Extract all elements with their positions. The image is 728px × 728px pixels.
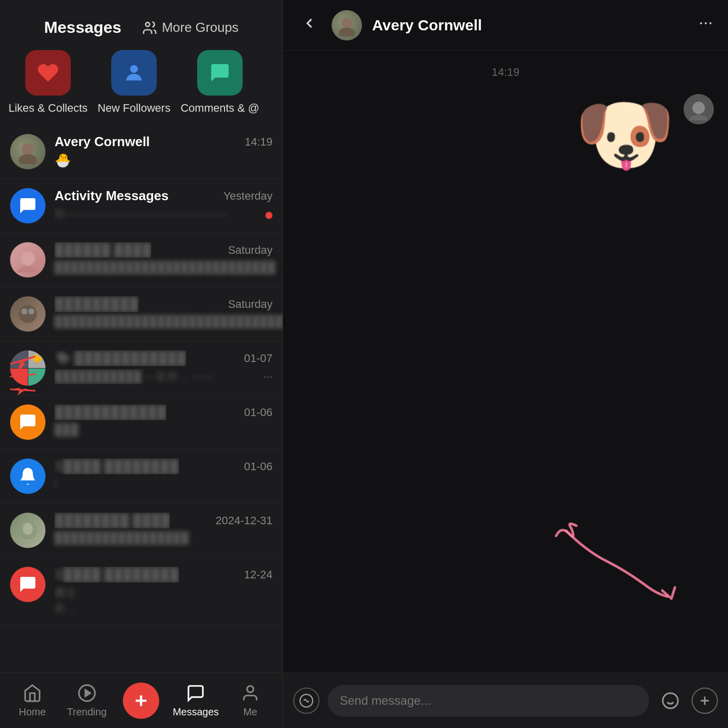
list-item[interactable]: ████████ ████ 2024-12-31 ███████████████… (0, 504, 283, 558)
message-time: 01-06 (244, 406, 272, 419)
chat-time-label: 14:19 (297, 66, 714, 79)
message-time: Saturday (228, 298, 272, 311)
message-content: S████ ████████ 12-24 圈文 欢… (55, 567, 272, 616)
message-content: █████████ Saturday █████████████████████… (55, 296, 272, 328)
message-preview: █████████████████ (55, 531, 189, 544)
nav-add[interactable] (114, 682, 169, 719)
comments-button[interactable]: Comments & @ (187, 50, 253, 115)
svg-marker-22 (85, 690, 90, 697)
user7-avatar (10, 459, 46, 494)
attachment-button[interactable] (692, 688, 718, 714)
chat-icon (18, 412, 38, 432)
activity-avatar (10, 188, 46, 223)
contact-name: ████████ ████ (55, 513, 170, 528)
list-item[interactable]: ████████████ 01-06 ███ (0, 395, 283, 449)
plus-icon (698, 694, 712, 708)
comments-label: Comments & @ (180, 102, 259, 115)
more-groups-button[interactable]: More Groups (142, 20, 239, 36)
unread-indicator (265, 212, 272, 219)
message-time: 2024-12-31 (215, 514, 272, 527)
message-time: Yesterday (223, 190, 272, 203)
likes-collects-button[interactable]: Likes & Collects (15, 50, 81, 115)
svg-point-15 (23, 420, 26, 423)
user3-avatar (10, 242, 46, 278)
chat-messages-area: 14:19 🐶 (283, 51, 728, 672)
message-preview: 圈文 (55, 585, 77, 601)
emoji-button[interactable] (657, 688, 684, 714)
new-followers-label: New Followers (98, 102, 170, 115)
chat-input-bar (283, 672, 728, 728)
likes-icon-box (25, 50, 71, 96)
person-icon (122, 61, 146, 84)
svg-line-14 (10, 389, 35, 391)
message-content: ██████ ████ Saturday ███████████████████… (55, 242, 272, 274)
list-item[interactable]: Activity Messages Yesterday 吃———————————… (0, 179, 283, 233)
more-groups-label: More Groups (162, 20, 239, 35)
user6-avatar (10, 404, 46, 440)
svg-point-8 (28, 308, 34, 314)
user5-grid-avatar: 🐤 (10, 350, 46, 386)
message-preview: ███████████ —亚祥… —— (55, 369, 214, 384)
user4-avatar (10, 296, 46, 332)
svg-point-1 (130, 65, 138, 73)
svg-point-7 (21, 308, 27, 314)
nav-trending[interactable]: Trending (60, 683, 114, 718)
message-content: ████████████ 01-06 ███ (55, 404, 272, 436)
message-preview: i (55, 477, 57, 490)
avatar (10, 513, 46, 548)
svg-point-27 (339, 27, 355, 36)
contact-name: S████ ████████ (55, 459, 179, 474)
message-row: 🐶 (297, 94, 714, 175)
me-icon (240, 683, 260, 703)
avatar (10, 188, 46, 223)
bell-icon (18, 466, 38, 486)
heart-icon (36, 61, 60, 84)
list-item[interactable]: Avery Cornwell 14:19 🐣 (0, 125, 283, 179)
message-list: Avery Cornwell 14:19 🐣 Activity Messages… (0, 125, 283, 672)
svg-point-31 (693, 102, 705, 114)
message-preview2: 欢… (55, 602, 77, 614)
avery-avatar (10, 134, 46, 169)
contact-name: Avery Cornwell (55, 134, 150, 150)
list-item[interactable]: S████ ████████ 12-24 圈文 欢… (0, 558, 283, 625)
svg-point-2 (22, 143, 34, 155)
svg-point-32 (690, 115, 707, 120)
contact-name: ██████ ████ (55, 242, 151, 258)
message-content: S████ ████████ 01-06 i (55, 459, 272, 490)
add-button[interactable] (123, 682, 159, 719)
bottom-navigation: Home Trending (0, 672, 283, 728)
home-icon (22, 683, 42, 703)
pink-arrow-annotation (546, 521, 688, 602)
avatar (10, 134, 46, 169)
messages-title: Messages (44, 18, 121, 37)
list-item[interactable]: █████████ Saturday █████████████████████… (0, 287, 283, 341)
svg-point-19 (23, 523, 33, 535)
new-followers-button[interactable]: New Followers (101, 50, 167, 115)
avatar (10, 404, 46, 440)
back-button[interactable] (297, 11, 322, 39)
svg-point-26 (341, 18, 352, 28)
list-item[interactable]: ██████ ████ Saturday ███████████████████… (0, 233, 283, 287)
user9-avatar (10, 567, 46, 602)
left-panel: Messages More Groups Likes & Collects (0, 0, 283, 728)
list-item[interactable]: 🐤 🐤 ████████████ 01-07 ███████████ —亚祥… … (0, 341, 283, 395)
messages-header: Messages More Groups (0, 0, 283, 45)
voice-button[interactable] (293, 688, 320, 714)
chat-header: Avery Cornwell (283, 0, 728, 51)
svg-point-29 (705, 22, 707, 24)
nav-home[interactable]: Home (5, 683, 60, 718)
message-time: Saturday (228, 244, 272, 257)
message-time: 14:19 (245, 135, 272, 149)
chat-bubble-icon (18, 196, 38, 216)
nav-messages[interactable]: Messages (168, 683, 223, 718)
user8-avatar (10, 513, 46, 548)
nav-me[interactable]: Me (223, 683, 278, 718)
message-input[interactable] (328, 685, 649, 716)
message-emoji: 🐣 (55, 153, 272, 168)
svg-marker-13 (10, 388, 35, 395)
messages-nav-icon (186, 683, 206, 703)
svg-point-25 (247, 686, 254, 693)
chat-more-button[interactable] (698, 15, 714, 35)
list-item[interactable]: S████ ████████ 01-06 i (0, 449, 283, 504)
contact-name: Activity Messages (55, 188, 168, 204)
